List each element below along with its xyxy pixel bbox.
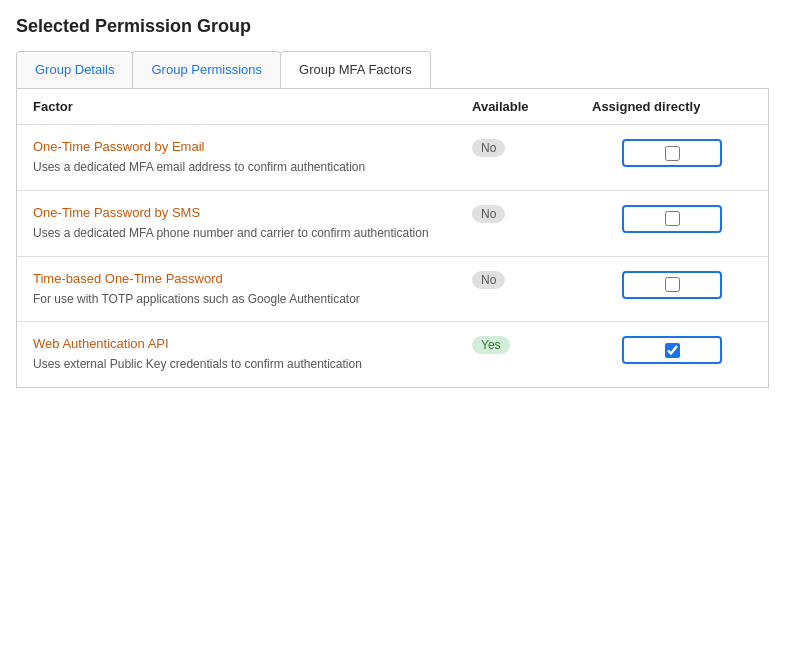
factor-desc: Uses a dedicated MFA email address to co… (33, 159, 472, 176)
available-cell: No (472, 139, 592, 157)
factor-name: Web Authentication API (33, 336, 472, 351)
tab-group-details[interactable]: Group Details (16, 51, 133, 88)
available-badge: No (472, 139, 505, 157)
available-badge: No (472, 205, 505, 223)
tab-group-mfa-factors[interactable]: Group MFA Factors (280, 51, 431, 88)
available-cell: Yes (472, 336, 592, 354)
table-header: Factor Available Assigned directly (17, 89, 768, 125)
factor-name: One-Time Password by Email (33, 139, 472, 154)
assigned-checkbox[interactable] (665, 343, 680, 358)
factor-desc: Uses a dedicated MFA phone number and ca… (33, 225, 472, 242)
available-cell: No (472, 271, 592, 289)
col-factor: Factor (33, 99, 472, 114)
table-body: One-Time Password by Email Uses a dedica… (17, 125, 768, 387)
factor-info: One-Time Password by Email Uses a dedica… (33, 139, 472, 176)
col-assigned: Assigned directly (592, 99, 752, 114)
factor-name: One-Time Password by SMS (33, 205, 472, 220)
assigned-checkbox-wrapper[interactable] (622, 271, 722, 299)
content-panel: Factor Available Assigned directly One-T… (16, 89, 769, 388)
page-title: Selected Permission Group (16, 16, 769, 37)
factor-info: Time-based One-Time Password For use wit… (33, 271, 472, 308)
assigned-checkbox-wrapper[interactable] (622, 205, 722, 233)
assigned-checkbox-wrapper[interactable] (622, 336, 722, 364)
table-row: One-Time Password by Email Uses a dedica… (17, 125, 768, 191)
assigned-checkbox-wrapper[interactable] (622, 139, 722, 167)
table-row: Web Authentication API Uses external Pub… (17, 322, 768, 387)
tab-bar: Group Details Group Permissions Group MF… (16, 51, 769, 89)
tab-group-permissions[interactable]: Group Permissions (132, 51, 281, 88)
col-available: Available (472, 99, 592, 114)
available-badge: No (472, 271, 505, 289)
factor-desc: Uses external Public Key credentials to … (33, 356, 472, 373)
table-row: Time-based One-Time Password For use wit… (17, 257, 768, 323)
factor-desc: For use with TOTP applications such as G… (33, 291, 472, 308)
assigned-cell (592, 205, 752, 233)
available-badge: Yes (472, 336, 510, 354)
assigned-cell (592, 336, 752, 364)
assigned-checkbox[interactable] (665, 277, 680, 292)
assigned-checkbox[interactable] (665, 146, 680, 161)
table-row: One-Time Password by SMS Uses a dedicate… (17, 191, 768, 257)
factor-info: Web Authentication API Uses external Pub… (33, 336, 472, 373)
assigned-cell (592, 271, 752, 299)
factor-info: One-Time Password by SMS Uses a dedicate… (33, 205, 472, 242)
assigned-cell (592, 139, 752, 167)
available-cell: No (472, 205, 592, 223)
assigned-checkbox[interactable] (665, 211, 680, 226)
factor-name: Time-based One-Time Password (33, 271, 472, 286)
